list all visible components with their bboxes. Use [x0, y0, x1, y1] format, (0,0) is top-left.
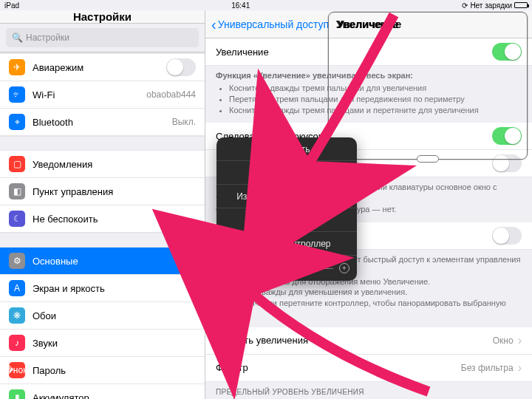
app-icon: ✈ — [9, 59, 25, 75]
status-charge-icon: ⟳ — [462, 1, 468, 10]
zoom-controller-menu: Уменьшить На весь экран Изменить размер … — [216, 137, 357, 281]
sidebar-item-label: Пароль — [33, 365, 196, 376]
sidebar-item[interactable]: ◧Пункт управления — [0, 178, 205, 205]
back-label: Универсальный доступ — [218, 18, 330, 30]
app-icon: ☾ — [9, 211, 25, 227]
sidebar-item-value: Выкл. — [172, 117, 196, 127]
sidebar-item[interactable]: �ноюПароль — [0, 357, 205, 384]
app-icon: �ною — [9, 362, 25, 378]
app-icon: ▮ — [9, 389, 25, 399]
settings-sidebar: Настройки 🔍 Настройки ✈АвиарежимᯤWi-Fiob… — [0, 10, 205, 399]
menu-zoom-slider[interactable]: − + — [216, 256, 357, 281]
menu-item-zoom-out[interactable]: Уменьшить — [216, 137, 357, 161]
sidebar-item[interactable]: ᯤWi-Fiobaobab444 — [0, 81, 205, 109]
status-charge: Нет зарядки — [470, 1, 512, 10]
menu-item-show-controller[interactable]: Показать контроллер — [216, 232, 357, 256]
back-button[interactable]: ‹ Универсальный доступ — [211, 17, 329, 32]
sidebar-item-label: Уведомления — [33, 159, 196, 170]
sidebar-item[interactable]: ❋Обои — [0, 302, 205, 330]
battery-icon — [514, 2, 528, 8]
status-device: iPad — [4, 1, 19, 10]
airplane-toggle[interactable] — [166, 58, 196, 76]
sidebar-item[interactable]: ▮Аккумулятор — [0, 384, 205, 399]
app-icon: ▢ — [9, 156, 25, 172]
sidebar-item[interactable]: ⌖BluetoothВыкл. — [0, 109, 205, 136]
status-bar: iPad 16:41 ⟳ Нет зарядки — [0, 0, 532, 10]
zoom-filter-row[interactable]: Фильтр Без фильтра › — [205, 355, 532, 382]
sidebar-item[interactable]: ☾Не беспокоить — [0, 205, 205, 233]
app-icon: A — [9, 280, 25, 296]
app-icon: ❋ — [9, 307, 25, 324]
zoom-lens-window[interactable]: Увеличение — [328, 12, 528, 160]
search-placeholder: Настройки — [26, 33, 69, 43]
sidebar-item-label: Bluetooth — [33, 117, 172, 128]
sidebar-item-value: obaobab444 — [146, 89, 196, 100]
app-icon: ⌖ — [9, 114, 25, 130]
menu-item-fullscreen[interactable]: На весь экран — [216, 161, 357, 185]
chevron-right-icon: › — [518, 334, 522, 347]
app-icon: ◧ — [9, 183, 25, 200]
sidebar-item-label: Не беспокоить — [33, 214, 196, 225]
sidebar-item[interactable]: ▢Уведомления — [0, 151, 205, 178]
sidebar-item-label: Авиарежим — [33, 62, 166, 73]
sidebar-item-label: Аккумулятор — [33, 392, 196, 400]
app-icon: ♪ — [9, 335, 25, 351]
sidebar-item-label: Обои — [33, 310, 196, 321]
show-controller-toggle[interactable] — [492, 227, 522, 245]
sidebar-item-label: Пункт управления — [33, 186, 196, 197]
chevron-right-icon: › — [518, 361, 522, 375]
sidebar-item-label: Wi-Fi — [33, 89, 146, 100]
zoom-in-icon: + — [339, 263, 349, 273]
search-input[interactable]: 🔍 Настройки — [6, 28, 199, 47]
app-icon: ᯤ — [9, 86, 25, 103]
zoom-out-icon: − — [224, 263, 234, 273]
sidebar-item-label: Звуки — [33, 338, 196, 349]
sidebar-title: Настройки — [0, 10, 205, 24]
sidebar-item[interactable]: ✈Авиарежим — [0, 54, 205, 81]
sidebar-item[interactable]: ⚙Основные — [0, 248, 205, 275]
zoom-region-row[interactable]: Область увеличения Окно › — [205, 327, 532, 355]
app-icon: ⚙ — [9, 253, 25, 269]
sidebar-item[interactable]: ♪Звуки — [0, 330, 205, 357]
sidebar-item[interactable]: AЭкран и яркость — [0, 275, 205, 302]
chevron-left-icon: ‹ — [211, 17, 216, 32]
sidebar-item-label: Основные — [33, 256, 196, 267]
lens-handle[interactable] — [417, 155, 439, 163]
sidebar-item-label: Экран и яркость — [33, 283, 196, 294]
menu-item-resize-lens[interactable]: Изменить размер линзы — [216, 185, 357, 208]
lens-title: Увеличение — [338, 18, 399, 30]
search-icon: 🔍 — [12, 33, 23, 43]
max-zoom-header: ПРЕДЕЛЬНЫЙ УРОВЕНЬ УВЕЛИЧЕНИЯ — [205, 382, 532, 399]
menu-item-choose-filter[interactable]: Выбрать фильтр — [216, 208, 357, 232]
status-time: 16:41 — [19, 1, 462, 10]
